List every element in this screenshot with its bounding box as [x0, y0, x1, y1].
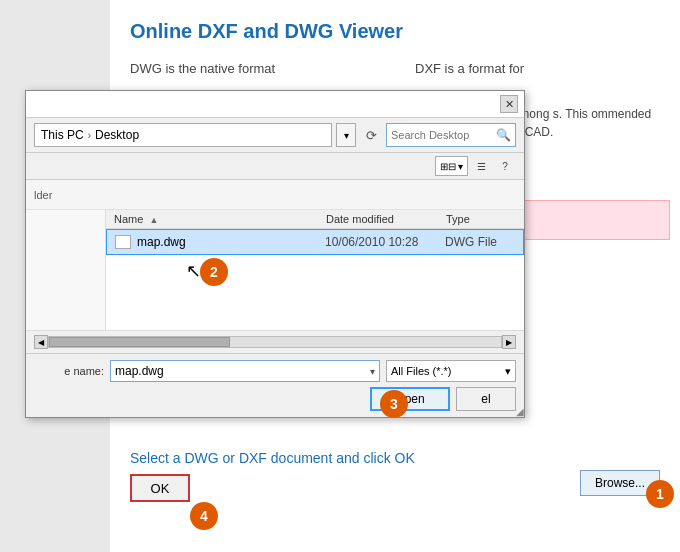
- address-separator: ›: [88, 130, 91, 141]
- resize-icon: ◢: [516, 406, 524, 417]
- view-list-icon: ☰: [477, 161, 486, 172]
- file-icon: [115, 234, 131, 250]
- ok-button[interactable]: OK: [130, 474, 190, 502]
- nav-bar: lder: [26, 180, 524, 210]
- view-toolbar: ⊞⊟ ▾ ☰ ?: [26, 153, 524, 180]
- help-icon: ?: [502, 161, 508, 172]
- filename-row: e name: map.dwg ▾ All Files (*.*) ▾: [34, 360, 516, 382]
- scrollbar-thumb[interactable]: [49, 337, 230, 347]
- view-grid-icon: ⊞⊟: [440, 161, 456, 172]
- step-badge-3: 3: [380, 390, 408, 418]
- dxf-text: DXF is a format for: [415, 59, 660, 79]
- filename-dropdown-icon: ▾: [370, 366, 375, 377]
- refresh-button[interactable]: ⟳: [360, 124, 382, 146]
- sort-arrow: ▲: [149, 215, 158, 225]
- empty-area: ↖: [106, 255, 524, 295]
- file-dialog: ✕ This PC › Desktop ▾ ⟳ 🔍 ⊞⊟ ▾ ☰ ?: [25, 90, 525, 418]
- view-dropdown-chevron: ▾: [458, 161, 463, 172]
- select-instruction: Select a DWG or DXF document and click O…: [130, 450, 660, 466]
- dialog-buttons-row: Open el: [34, 387, 516, 411]
- step-badge-4: 4: [190, 502, 218, 530]
- nav-label: lder: [34, 189, 114, 201]
- address-desktop: Desktop: [95, 128, 139, 142]
- filetype-value: All Files (*.*): [391, 365, 452, 377]
- filetype-dropdown[interactable]: All Files (*.*) ▾: [386, 360, 516, 382]
- scrollbar-area: ◀ ▶: [26, 330, 524, 353]
- step-badge-2: 2: [200, 258, 228, 286]
- view-list-btn[interactable]: ☰: [470, 156, 492, 176]
- address-path[interactable]: This PC › Desktop: [34, 123, 332, 147]
- address-bar: This PC › Desktop ▾ ⟳ 🔍: [26, 118, 524, 153]
- file-name: map.dwg: [137, 235, 325, 249]
- cancel-button[interactable]: el: [456, 387, 516, 411]
- dwg-file-icon: [115, 235, 131, 249]
- file-list: Name ▲ Date modified Type map.dwg 10/06/…: [106, 210, 524, 330]
- resize-handle[interactable]: ◢: [512, 405, 524, 417]
- chevron-down-icon: ▾: [344, 130, 349, 141]
- col-modified-header: Date modified: [326, 213, 446, 225]
- filetype-chevron: ▾: [505, 365, 511, 378]
- col-type-header: Type: [446, 213, 516, 225]
- search-input[interactable]: [391, 129, 496, 141]
- view-dropdown[interactable]: ⊞⊟ ▾: [435, 156, 468, 176]
- search-icon[interactable]: 🔍: [496, 128, 511, 142]
- address-this-pc: This PC: [41, 128, 84, 142]
- search-box[interactable]: 🔍: [386, 123, 516, 147]
- page-title: Online DXF and DWG Viewer: [130, 20, 660, 43]
- scroll-left-btn[interactable]: ◀: [34, 335, 48, 349]
- file-area: Name ▲ Date modified Type map.dwg 10/06/…: [26, 210, 524, 330]
- file-list-header: Name ▲ Date modified Type: [106, 210, 524, 229]
- refresh-icon: ⟳: [366, 128, 377, 143]
- cursor: ↖: [186, 260, 201, 282]
- dialog-sidebar: [26, 210, 106, 330]
- dialog-bottom: e name: map.dwg ▾ All Files (*.*) ▾ Open…: [26, 353, 524, 417]
- dialog-titlebar: ✕: [26, 91, 524, 118]
- cancel-label: el: [481, 392, 490, 406]
- filename-input[interactable]: map.dwg ▾: [110, 360, 380, 382]
- close-icon: ✕: [505, 98, 514, 111]
- file-modified: 10/06/2010 10:28: [325, 235, 445, 249]
- dwg-text: DWG is the native format: [130, 59, 375, 79]
- filename-label: e name:: [34, 365, 104, 377]
- scroll-right-btn[interactable]: ▶: [502, 335, 516, 349]
- file-type: DWG File: [445, 235, 515, 249]
- step-badge-1: 1: [646, 480, 674, 508]
- highlight-box: [510, 200, 670, 240]
- scrollbar-track[interactable]: [48, 336, 502, 348]
- col-name-header: Name ▲: [114, 213, 326, 225]
- intro-text-row: DWG is the native format DXF is a format…: [130, 59, 660, 79]
- filename-value: map.dwg: [115, 364, 164, 378]
- address-dropdown[interactable]: ▾: [336, 123, 356, 147]
- scroll-right-icon: ▶: [506, 338, 512, 347]
- close-button[interactable]: ✕: [500, 95, 518, 113]
- scroll-left-icon: ◀: [38, 338, 44, 347]
- file-row[interactable]: map.dwg 10/06/2010 10:28 DWG File: [106, 229, 524, 255]
- help-btn[interactable]: ?: [494, 156, 516, 176]
